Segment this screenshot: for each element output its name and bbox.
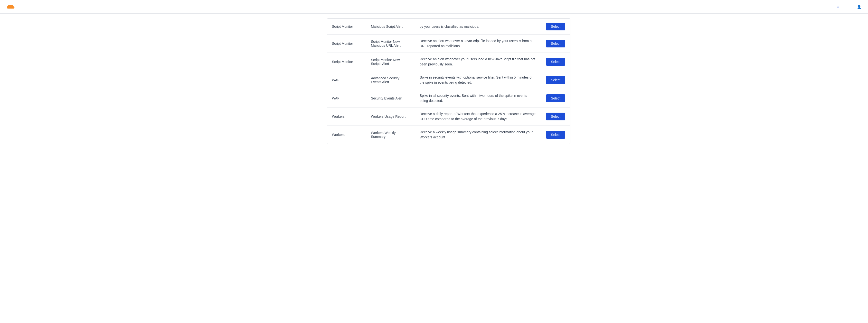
select-button[interactable]: Select	[546, 58, 565, 66]
table-row: Workers Workers Usage Report Receive a d…	[327, 108, 570, 126]
row-action: Select	[541, 19, 570, 35]
row-action: Select	[541, 108, 570, 126]
row-description: Receive an alert whenever a JavaScript f…	[415, 35, 541, 53]
row-action: Select	[541, 126, 570, 144]
user-icon: 👤	[857, 5, 861, 9]
row-description: by your users is classified as malicious…	[415, 19, 541, 35]
row-alert-name: Workers Usage Report	[366, 108, 415, 126]
user-menu-button[interactable]: 👤	[857, 5, 862, 9]
add-site-icon: ⊕	[837, 5, 839, 9]
row-alert-name: Workers Weekly Summary	[366, 126, 415, 144]
add-site-button[interactable]: ⊕	[837, 5, 840, 9]
row-action: Select	[541, 35, 570, 53]
row-type: Workers	[327, 126, 366, 144]
row-alert-name: Security Events Alert	[366, 89, 415, 108]
cloudflare-logo	[6, 4, 18, 10]
row-alert-name: Script Monitor New Malicious URL Alert	[366, 35, 415, 53]
select-button[interactable]: Select	[546, 23, 565, 30]
table-row: WAF Advanced Security Events Alert Spike…	[327, 71, 570, 89]
select-button[interactable]: Select	[546, 94, 565, 102]
row-type: Script Monitor	[327, 35, 366, 53]
row-description: Spike in all security events. Sent withi…	[415, 89, 541, 108]
select-button[interactable]: Select	[546, 40, 565, 47]
row-action: Select	[541, 71, 570, 89]
row-action: Select	[541, 89, 570, 108]
table-row: Workers Workers Weekly Summary Receive a…	[327, 126, 570, 144]
table-row: Script Monitor Script Monitor New Malici…	[327, 35, 570, 53]
main-content: Script Monitor Malicious Script Alert by…	[288, 13, 580, 149]
row-description: Receive a daily report of Workers that e…	[415, 108, 541, 126]
menu-button[interactable]	[23, 6, 28, 8]
notifications-table: Script Monitor Malicious Script Alert by…	[327, 19, 570, 144]
notifications-table-container: Script Monitor Malicious Script Alert by…	[327, 19, 570, 144]
row-type: Script Monitor	[327, 53, 366, 71]
row-type: WAF	[327, 89, 366, 108]
row-action: Select	[541, 53, 570, 71]
header: ⊕ 👤	[0, 0, 868, 13]
row-alert-name: Script Monitor New Scripts Alert	[366, 53, 415, 71]
logo-area	[6, 4, 18, 10]
select-button[interactable]: Select	[546, 131, 565, 139]
row-alert-name: Advanced Security Events Alert	[366, 71, 415, 89]
row-type: WAF	[327, 71, 366, 89]
table-row: WAF Security Events Alert Spike in all s…	[327, 89, 570, 108]
row-alert-name: Malicious Script Alert	[366, 19, 415, 35]
row-type: Script Monitor	[327, 19, 366, 35]
row-description: Receive an alert whenever your users loa…	[415, 53, 541, 71]
select-button[interactable]: Select	[546, 76, 565, 84]
row-type: Workers	[327, 108, 366, 126]
select-button[interactable]: Select	[546, 113, 565, 120]
row-description: Receive a weekly usage summary containin…	[415, 126, 541, 144]
table-row: Script Monitor Script Monitor New Script…	[327, 53, 570, 71]
cloudflare-cloud-icon	[6, 4, 16, 10]
table-row: Script Monitor Malicious Script Alert by…	[327, 19, 570, 35]
header-right: ⊕ 👤	[837, 5, 862, 9]
row-description: Spike in security events with optional s…	[415, 71, 541, 89]
